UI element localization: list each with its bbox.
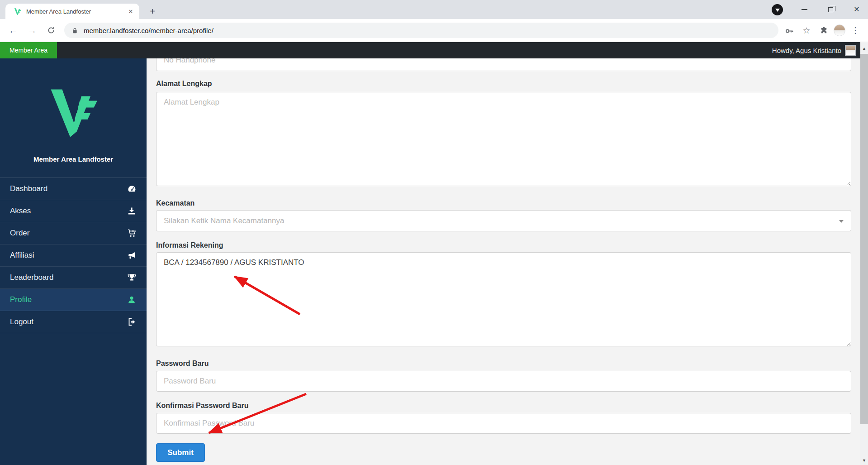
landfoster-logo bbox=[45, 84, 102, 138]
megaphone-icon bbox=[127, 251, 137, 260]
submit-button[interactable]: Submit bbox=[156, 443, 205, 462]
scrollbar-thumb[interactable] bbox=[860, 54, 868, 424]
landfoster-favicon-icon bbox=[14, 7, 22, 15]
browser-profile-avatar[interactable] bbox=[834, 24, 845, 36]
alamat-group: Alamat Lengkap bbox=[156, 79, 851, 188]
reload-icon bbox=[47, 26, 55, 34]
rekening-textarea[interactable]: BCA / 1234567890 / AGUS KRISTIANTO bbox=[156, 252, 851, 346]
browser-update-icon[interactable] bbox=[772, 4, 783, 15]
sidebar-item-dashboard[interactable]: Dashboard bbox=[0, 178, 147, 200]
window-controls: ✕ bbox=[772, 0, 862, 19]
konfirmasi-label: Konfirmasi Password Baru bbox=[156, 401, 851, 410]
rekening-group: Informasi Rekening BCA / 1234567890 / AG… bbox=[156, 241, 851, 348]
sidebar-item-profile[interactable]: Profile bbox=[0, 289, 147, 311]
alamat-textarea[interactable] bbox=[156, 92, 851, 186]
sidebar-item-akses[interactable]: Akses bbox=[0, 200, 147, 222]
cart-plus-icon bbox=[127, 229, 137, 238]
page-main: Member Area Landfoster Dashboard bbox=[0, 58, 860, 465]
user-icon bbox=[127, 295, 137, 304]
logo-area bbox=[0, 58, 147, 140]
account-menu[interactable]: Howdy, Agus Kristianto bbox=[772, 45, 860, 56]
password-group: Password Baru bbox=[156, 359, 851, 392]
konfirmasi-input[interactable] bbox=[156, 413, 851, 434]
no-handphone-input[interactable] bbox=[156, 58, 851, 71]
restore-button[interactable] bbox=[825, 5, 835, 14]
chevron-down-icon bbox=[839, 220, 844, 223]
close-tab-icon[interactable]: ✕ bbox=[127, 7, 135, 15]
tab-title: Member Area Landfoster bbox=[26, 8, 124, 15]
password-key-icon[interactable] bbox=[782, 23, 797, 38]
bookmark-star-icon[interactable]: ☆ bbox=[799, 23, 814, 38]
browser-window: Member Area Landfoster ✕ + ✕ ← → member.… bbox=[0, 0, 868, 465]
sidebar: Member Area Landfoster Dashboard bbox=[0, 58, 147, 465]
greeting-text: Howdy, Agus Kristianto bbox=[772, 47, 841, 54]
password-input[interactable] bbox=[156, 371, 851, 392]
scrollbar-up-arrow[interactable]: ▲ bbox=[860, 44, 868, 52]
member-area-badge[interactable]: Member Area bbox=[0, 42, 57, 58]
trophy-icon bbox=[127, 273, 137, 282]
forward-button[interactable]: → bbox=[24, 23, 40, 38]
new-tab-button[interactable]: + bbox=[146, 5, 159, 18]
scrollbar-down-arrow[interactable]: ▼ bbox=[860, 456, 868, 464]
page-scrollbar: ▲ ▼ bbox=[860, 42, 868, 465]
browser-toolbar: ← → member.landfoster.co/member-area/pro… bbox=[0, 19, 868, 42]
alamat-label: Alamat Lengkap bbox=[156, 79, 851, 88]
logout-icon bbox=[127, 317, 137, 326]
toolbar-icons: ☆ ⋮ bbox=[782, 23, 863, 38]
profile-form: Alamat Lengkap Kecamatan Silakan Ketik N… bbox=[147, 58, 860, 465]
kecamatan-select[interactable]: Silakan Ketik Nama Kecamatannya bbox=[156, 210, 851, 231]
sidebar-nav: Dashboard Akses bbox=[0, 177, 147, 333]
browser-tab[interactable]: Member Area Landfoster ✕ bbox=[5, 4, 139, 19]
rekening-label: Informasi Rekening bbox=[156, 241, 851, 250]
reload-button[interactable] bbox=[43, 23, 59, 38]
download-icon bbox=[127, 206, 137, 216]
sidebar-item-affiliasi[interactable]: Affiliasi bbox=[0, 244, 147, 267]
user-avatar bbox=[845, 45, 856, 56]
sidebar-item-logout[interactable]: Logout bbox=[0, 311, 147, 333]
extensions-puzzle-icon[interactable] bbox=[816, 23, 831, 38]
browser-menu-kebab-icon[interactable]: ⋮ bbox=[848, 23, 863, 38]
sidebar-item-order[interactable]: Order bbox=[0, 222, 147, 244]
tab-strip: Member Area Landfoster ✕ + ✕ bbox=[0, 0, 868, 19]
page-viewport: Member Area Howdy, Agus Kristianto Membe… bbox=[0, 42, 868, 465]
sidebar-item-leaderboard[interactable]: Leaderboard bbox=[0, 267, 147, 289]
admin-bar: Member Area Howdy, Agus Kristianto bbox=[0, 42, 860, 58]
kecamatan-label: Kecamatan bbox=[156, 199, 851, 208]
sidebar-title: Member Area Landfoster bbox=[0, 155, 147, 163]
password-label: Password Baru bbox=[156, 359, 851, 368]
gauge-icon bbox=[127, 184, 137, 193]
back-button[interactable]: ← bbox=[5, 23, 21, 38]
kecamatan-placeholder: Silakan Ketik Nama Kecamatannya bbox=[164, 216, 284, 225]
url-bar[interactable]: member.landfoster.co/member-area/profile… bbox=[64, 23, 778, 38]
kecamatan-group: Kecamatan Silakan Ketik Nama Kecamatanny… bbox=[156, 199, 851, 231]
minimize-button[interactable] bbox=[799, 5, 809, 14]
close-window-button[interactable]: ✕ bbox=[852, 5, 862, 14]
lock-icon bbox=[71, 27, 78, 34]
konfirmasi-group: Konfirmasi Password Baru bbox=[156, 401, 851, 434]
url-text: member.landfoster.co/member-area/profile… bbox=[84, 27, 213, 34]
